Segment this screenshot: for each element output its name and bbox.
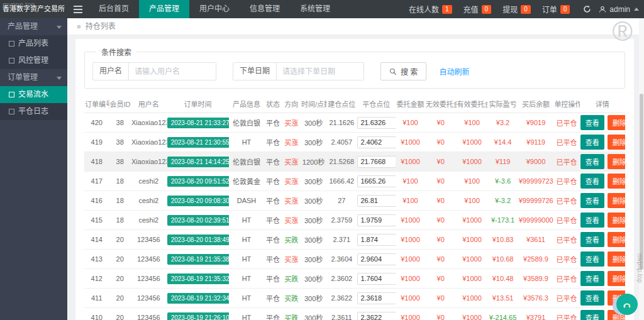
view-button[interactable]: 查看 [580,212,604,228]
delete-button[interactable]: 删除 [608,135,625,150]
close-point-input[interactable] [357,117,396,129]
close-point-input[interactable] [357,312,396,320]
direction-label: 买跌 [284,236,298,244]
sidebar-group-order-mgmt[interactable]: 订单管理 [0,69,67,86]
topnav-item-users[interactable]: 用户中心 [189,0,240,18]
actions-cell: 查看删除 [580,172,625,191]
auto-refresh-link[interactable]: 自动刷新 [439,66,469,77]
stat-label: 提现 [502,4,518,14]
close-point-input[interactable] [357,156,396,168]
sidebar-item-close-log[interactable]: 平仓日志 [0,103,67,120]
stat-recharge[interactable]: 充值0 [464,4,492,14]
order-date-label: 下单日期 [233,63,277,80]
topnav-item-home[interactable]: 后台首页 [89,0,139,18]
close-point-input[interactable] [357,234,396,246]
entrust-amount-cell: ¥1000 [396,308,425,320]
invalid-entrust-amount-cell: ¥0 [425,172,457,191]
direction-label: 买涨 [284,256,298,263]
entrust-amount-cell: ¥100 [396,172,425,191]
close-point-input[interactable] [357,273,396,285]
product-cell: HT [229,133,264,152]
topnav-item-products[interactable]: 产品管理 [139,0,189,18]
duration-cell: 1200秒 [301,152,326,172]
search-button[interactable]: 搜 索 [380,62,426,80]
sidebar-group-product-mgmt[interactable]: 产品管理 [0,18,67,35]
close-point-input[interactable] [357,214,396,226]
order-time-cell: 2023-08-20 09:08:30 [167,191,230,211]
topnav-item-system[interactable]: 系统管理 [290,0,340,18]
order-time-cell: 2023-08-19 21:35:32 [167,269,230,289]
product-cell: 伦敦白银 [229,113,264,133]
actions-cell: 查看删除 [580,113,625,133]
status-cell: 平仓 [264,152,282,172]
valid-entrust-amount-cell: ¥1000 [457,289,488,308]
duration-cell: 300秒 [301,133,326,152]
stat-orders[interactable]: 订单0 [542,4,570,14]
control-status-cell: 已平仓 [553,172,579,191]
view-button[interactable]: 查看 [580,251,604,267]
member-id-cell: 38 [109,152,131,172]
stat-online[interactable]: 在线人数1 [409,4,452,14]
delete-button[interactable]: 删除 [608,174,625,189]
control-status-cell: 已平仓 [553,211,579,230]
column-header: 买后余额 [518,95,554,113]
actions-cell: 查看删除 [580,230,625,250]
order-id-cell: 411 [84,289,109,308]
table-body: 42038Xiaoxiao1232023-08-21 21:33:27伦敦白银平… [84,113,625,320]
view-button[interactable]: 查看 [580,174,604,189]
delete-button[interactable]: 删除 [608,251,625,267]
hamburger-menu[interactable] [67,0,89,18]
delete-button[interactable]: 删除 [608,193,625,208]
close-point-cell [357,308,396,320]
view-button[interactable]: 查看 [580,310,604,320]
order-time-badge: 2023-08-20 09:08:30 [167,196,230,206]
member-id-cell: 20 [109,308,131,320]
status-cell: 平仓 [264,211,282,230]
order-time-badge: 2023-08-21 14:14:25 [167,157,230,167]
refresh-button[interactable] [583,5,591,13]
close-point-input[interactable] [357,136,396,148]
member-id-cell: 38 [109,133,131,152]
valid-entrust-amount-cell: ¥1000 [457,152,488,172]
close-point-input[interactable] [357,175,396,187]
close-point-input[interactable] [357,195,396,207]
close-point-cell [357,230,396,250]
view-button[interactable]: 查看 [580,232,604,247]
topnav-item-info[interactable]: 信息管理 [240,0,290,18]
order-time-badge: 2023-08-20 02:39:51 [167,215,230,226]
admin-menu[interactable]: admin [599,5,639,14]
balance-after-buy-cell: ¥3576.3 [518,289,554,308]
sidebar-item-risk-mgmt[interactable]: 风控管理 [0,52,67,69]
delete-button[interactable]: 删除 [608,271,625,286]
delete-button[interactable]: 删除 [608,154,625,169]
delete-button[interactable]: 删除 [608,232,625,247]
member-id-cell: 18 [109,191,131,211]
actual-profit-cell: ¥119 [487,152,518,172]
valid-entrust-amount-cell: ¥1000 [457,308,488,320]
close-point-input[interactable] [357,292,396,304]
view-button[interactable]: 查看 [580,290,604,306]
close-point-cell [357,191,396,211]
view-button[interactable]: 查看 [580,115,604,130]
sidebar-item-product-list[interactable]: 产品列表 [0,35,67,52]
stat-withdraw[interactable]: 提现0 [502,4,531,14]
view-button[interactable]: 查看 [580,271,604,286]
delete-button[interactable]: 删除 [608,212,625,228]
view-button[interactable]: 查看 [580,154,604,169]
scrollbar-thumb[interactable] [640,94,643,270]
view-button[interactable]: 查看 [580,193,604,208]
delete-button[interactable]: 删除 [608,115,625,130]
headset-icon [616,294,638,315]
content: 条件搜索 用户名 下单日期 搜 索 [67,35,639,320]
member-id-cell: 20 [109,269,131,289]
close-point-input[interactable] [357,253,396,265]
sidebar-item-trade-flow[interactable]: 交易流水 [0,86,67,103]
close-point-cell [357,269,396,289]
order-date-input[interactable] [277,63,364,80]
main-area: »持仓列表 条件搜索 用户名 下单日期 [67,18,639,320]
invalid-entrust-amount-cell: ¥0 [425,289,457,308]
username-input[interactable] [129,63,216,80]
view-button[interactable]: 查看 [580,135,604,150]
order-time-badge: 2023-08-20 09:51:52 [167,176,230,187]
customer-service-button[interactable] [613,294,638,317]
